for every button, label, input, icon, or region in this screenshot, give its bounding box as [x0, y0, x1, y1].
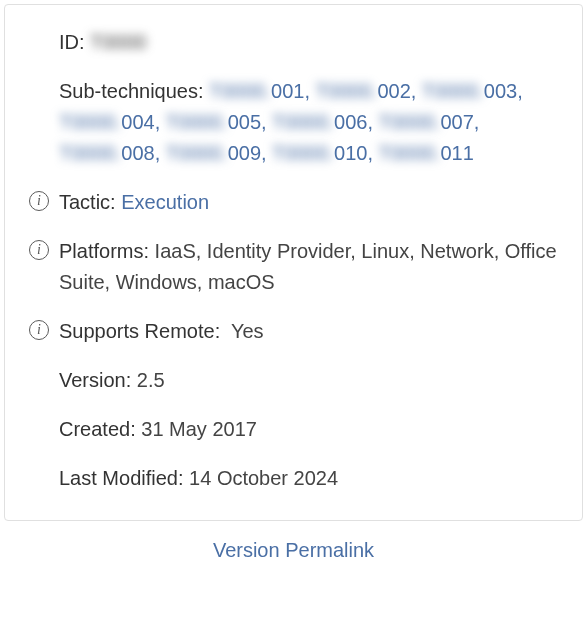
subtechnique-prefix: T0000.: [422, 80, 484, 102]
subtechnique-number: 010: [334, 142, 367, 164]
created-label: Created:: [59, 418, 136, 440]
version-label: Version:: [59, 369, 131, 391]
version-row: Version: 2.5: [29, 365, 558, 396]
subtechnique-prefix: T0000.: [59, 142, 121, 164]
subtechnique-number: 009: [228, 142, 261, 164]
modified-value: 14 October 2024: [189, 467, 338, 489]
version-permalink-link[interactable]: Version Permalink: [213, 539, 374, 561]
subtechnique-link[interactable]: T0000.011: [378, 142, 474, 164]
subtechnique-number: 011: [440, 142, 473, 164]
subtechnique-link[interactable]: T0000.001: [209, 80, 305, 102]
subtechnique-number: 001: [271, 80, 304, 102]
id-label: ID:: [59, 31, 85, 53]
remote-value: Yes: [231, 320, 264, 342]
created-value: 31 May 2017: [141, 418, 257, 440]
subtechnique-link[interactable]: T0000.010: [272, 142, 368, 164]
subtechnique-number: 005: [228, 111, 261, 133]
subtechniques-label: Sub-techniques:: [59, 80, 204, 102]
subtechnique-number: 003: [484, 80, 517, 102]
info-icon[interactable]: i: [29, 320, 49, 340]
subtechnique-link[interactable]: T0000.009: [165, 142, 261, 164]
subtechnique-prefix: T0000.: [165, 111, 227, 133]
created-row: Created: 31 May 2017: [29, 414, 558, 445]
id-row: ID: T0000: [29, 27, 558, 58]
subtechnique-link[interactable]: T0000.005: [165, 111, 261, 133]
subtechnique-number: 002: [377, 80, 410, 102]
subtechnique-link[interactable]: T0000.006: [272, 111, 368, 133]
platforms-row: i Platforms: IaaS, Identity Provider, Li…: [29, 236, 558, 298]
subtechnique-prefix: T0000.: [272, 111, 334, 133]
tactic-label: Tactic:: [59, 191, 116, 213]
subtechnique-link[interactable]: T0000.004: [59, 111, 155, 133]
subtechnique-number: 008: [121, 142, 154, 164]
subtechnique-link[interactable]: T0000.003: [422, 80, 518, 102]
version-value: 2.5: [137, 369, 165, 391]
info-icon[interactable]: i: [29, 191, 49, 211]
id-value: T0000: [90, 31, 147, 53]
subtechniques-row: Sub-techniques: T0000.001, T0000.002, T0…: [29, 76, 558, 169]
subtechnique-number: 004: [121, 111, 154, 133]
remote-label: Supports Remote:: [59, 320, 220, 342]
modified-label: Last Modified:: [59, 467, 184, 489]
subtechnique-link[interactable]: T0000.002: [315, 80, 411, 102]
tactic-link[interactable]: Execution: [121, 191, 209, 213]
subtechnique-prefix: T0000.: [59, 111, 121, 133]
subtechnique-prefix: T0000.: [315, 80, 377, 102]
info-icon[interactable]: i: [29, 240, 49, 260]
modified-row: Last Modified: 14 October 2024: [29, 463, 558, 494]
platforms-label: Platforms:: [59, 240, 149, 262]
subtechnique-prefix: T0000.: [378, 142, 440, 164]
tactic-row: i Tactic: Execution: [29, 187, 558, 218]
subtechnique-prefix: T0000.: [209, 80, 271, 102]
subtechnique-prefix: T0000.: [165, 142, 227, 164]
subtechnique-number: 007: [440, 111, 473, 133]
subtechnique-prefix: T0000.: [378, 111, 440, 133]
subtechnique-link[interactable]: T0000.008: [59, 142, 155, 164]
subtechnique-number: 006: [334, 111, 367, 133]
remote-row: i Supports Remote: Yes: [29, 316, 558, 347]
subtechnique-prefix: T0000.: [272, 142, 334, 164]
subtechnique-link[interactable]: T0000.007: [378, 111, 474, 133]
technique-card: ID: T0000 Sub-techniques: T0000.001, T00…: [4, 4, 583, 521]
permalink-row: Version Permalink: [4, 539, 583, 562]
